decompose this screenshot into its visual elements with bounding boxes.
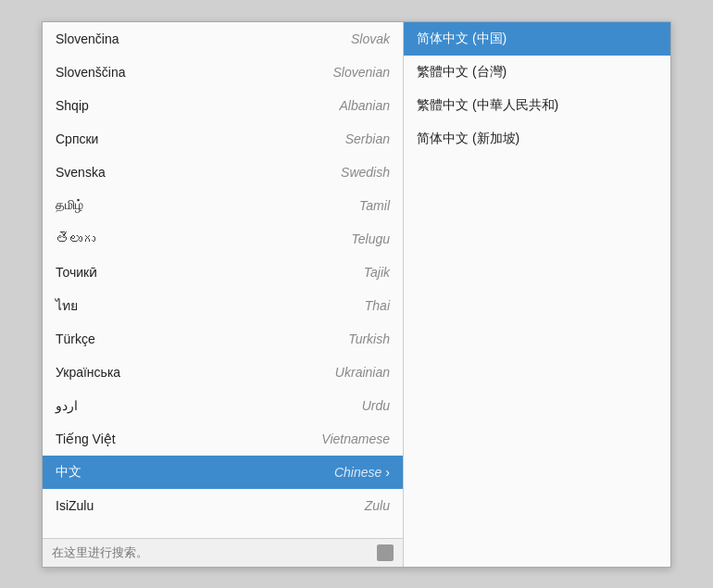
language-english-name: Vietnamese <box>321 432 390 446</box>
language-english-name: Urdu <box>362 398 390 413</box>
language-list-item[interactable]: УкраїнськаUkrainian <box>43 356 403 389</box>
language-english-name: Ukrainian <box>335 365 390 380</box>
language-list-item[interactable]: SlovenčinaSlovak <box>43 22 403 56</box>
search-clear-button[interactable] <box>377 544 394 561</box>
language-list-item[interactable]: ไทยThai <box>43 289 403 322</box>
language-english-name: Tajik <box>364 265 390 280</box>
language-native-name: Svenska <box>56 165 106 180</box>
language-list: SlovenčinaSlovakSlovenščinaSlovenianShqi… <box>43 22 403 538</box>
language-english-name: Thai <box>365 298 390 313</box>
language-list-item[interactable]: ShqipAlbanian <box>43 89 403 122</box>
language-native-name: Slovenščina <box>56 65 126 80</box>
language-native-name: Українська <box>56 365 120 380</box>
language-list-item[interactable]: TürkçeTurkish <box>43 322 403 356</box>
language-native-name: Точикӣ <box>56 265 97 280</box>
language-native-name: தமிழ் <box>56 197 83 213</box>
submenu-chevron-icon: › <box>385 465 390 480</box>
right-sublanguage-panel: 简体中文 (中国)繁體中文 (台灣)繁體中文 (中華人民共和)简体中文 (新加坡… <box>404 22 670 567</box>
language-english-name: Slovak <box>351 31 390 46</box>
language-english-name: Albanian <box>340 98 391 113</box>
language-list-item[interactable]: СрпскиSerbian <box>43 122 403 156</box>
language-native-name: Slovenčina <box>56 31 119 46</box>
sub-language-item[interactable]: 简体中文 (中国) <box>404 22 670 56</box>
language-list-item[interactable]: தமிழ்Tamil <box>43 189 403 222</box>
language-list-item[interactable]: 中文Chinese › <box>43 456 403 489</box>
language-native-name: తెలుగు <box>56 231 95 246</box>
language-native-name: Српски <box>56 131 98 146</box>
language-native-name: اردو <box>56 398 78 413</box>
language-list-item[interactable]: Tiếng ViệtVietnamese <box>43 422 403 456</box>
language-english-name: Zulu <box>365 498 390 513</box>
language-native-name: Shqip <box>56 98 89 113</box>
language-english-name: Telugu <box>351 231 390 246</box>
language-native-name: Türkçe <box>56 332 95 346</box>
sub-language-item[interactable]: 简体中文 (新加坡) <box>404 122 670 156</box>
language-native-name: 中文 <box>56 464 81 481</box>
language-english-name: Chinese <box>334 465 382 480</box>
sub-language-item[interactable]: 繁體中文 (台灣) <box>404 56 670 89</box>
language-list-item[interactable]: తెలుగుTelugu <box>43 222 403 256</box>
language-native-name: ไทย <box>56 295 78 316</box>
language-list-item[interactable]: IsiZuluZulu <box>43 489 403 522</box>
language-english-name: Tamil <box>359 198 390 213</box>
sub-language-item[interactable]: 繁體中文 (中華人民共和) <box>404 89 670 122</box>
language-list-item[interactable]: ТочикӣTajik <box>43 256 403 289</box>
left-language-panel: SlovenčinaSlovakSlovenščinaSlovenianShqi… <box>43 22 404 567</box>
language-picker-dialog: SlovenčinaSlovakSlovenščinaSlovenianShqi… <box>42 21 671 568</box>
search-bar <box>43 538 403 567</box>
language-list-item[interactable]: اردوUrdu <box>43 389 403 422</box>
search-input[interactable] <box>52 545 377 559</box>
language-english-name: Swedish <box>341 165 390 180</box>
language-list-item[interactable]: SlovenščinaSlovenian <box>43 56 403 89</box>
language-native-name: Tiếng Việt <box>56 432 116 446</box>
language-list-item[interactable]: SvenskaSwedish <box>43 156 403 189</box>
language-native-name: IsiZulu <box>56 498 94 513</box>
language-english-name: Serbian <box>345 131 390 146</box>
language-english-name: Slovenian <box>333 65 391 80</box>
language-english-name: Turkish <box>348 332 390 346</box>
